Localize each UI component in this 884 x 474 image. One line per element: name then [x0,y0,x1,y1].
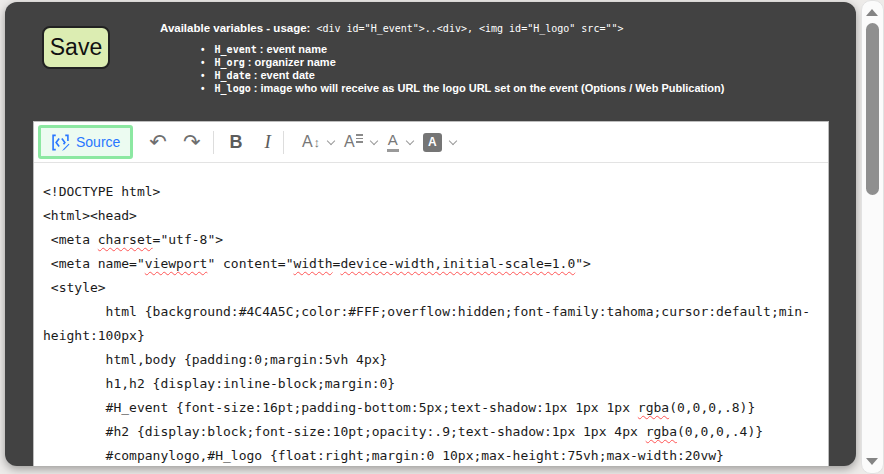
variables-usage-line: Available variables - usage: <div id="H_… [160,22,724,34]
spellcheck-word: device-width,initial-scale=1.0 [340,256,575,271]
variable-name: H_org [215,57,245,68]
variable-item: H_event : event name [201,43,724,56]
chevron-down-icon [449,136,457,144]
variables-help: Available variables - usage: <div id="H_… [160,22,724,95]
font-background-color-icon: A [423,133,442,152]
code-line: <meta charset="utf-8"> [43,228,819,252]
bold-icon: B [230,132,243,153]
variable-item: H_logo : image who will receive as URL t… [201,82,724,95]
variable-name: H_date [215,70,251,81]
code-line: html,body {padding:0;margin:5vh 4px} [43,348,819,372]
toolbar-separator [213,131,214,154]
code-line: <!DOCTYPE html> [43,180,819,204]
source-code-icon [51,133,70,152]
code-line: h1,h2 {display:inline-block;margin:0} [43,372,819,396]
variable-separator: : [257,43,267,55]
variable-description: event name [267,43,328,55]
bold-button[interactable]: B [228,130,245,155]
toolbar-separator [283,131,284,154]
variable-name: H_logo [215,83,251,94]
variable-name: H_event [215,44,257,55]
code-line: #H_event {font-size:16pt;padding-bottom:… [43,396,819,420]
font-family-icon: A [344,134,363,150]
spellcheck-word: rgba [638,400,669,415]
edit-template-dialog: Save Available variables - usage: <div i… [5,2,856,466]
rich-text-editor: Source ↶ ↷ B I A ↕ A [33,121,829,466]
font-size-dropdown[interactable]: A ↕ [300,131,336,153]
code-line: #companylogo,#H_logo {float:right;margin… [43,444,819,466]
scrollbar-thumb[interactable] [866,23,879,195]
font-size-arrow-icon: ↕ [314,135,321,150]
spellcheck-word: width [293,256,332,271]
variable-separator: : [245,56,255,68]
save-button[interactable]: Save [42,26,110,69]
spellcheck-word: viewport [145,256,208,271]
spellcheck-word: charset [98,232,153,247]
variables-list: H_event : event name H_org : organizer n… [201,43,724,95]
variable-description: organizer name [254,56,335,68]
variable-description: image who will receive as URL the logo U… [260,82,724,94]
variable-item: H_org : organizer name [201,56,724,69]
redo-button[interactable]: ↷ [181,128,203,156]
code-line: <style> [43,276,819,300]
page-scrollbar[interactable] [861,0,884,474]
redo-arrow-icon: ↷ [183,130,201,154]
editor-toolbar: Source ↶ ↷ B I A ↕ A [34,122,828,163]
source-button[interactable]: Source [38,125,133,159]
font-color-dropdown[interactable]: A [385,130,415,155]
variable-description: event date [260,69,314,81]
italic-icon: I [265,131,271,153]
code-line: html {background:#4C4A5C;color:#FFF;over… [43,300,819,324]
variables-usage-code: <div id="H_event">..<div>, <img id="H_lo… [310,23,623,34]
italic-button[interactable]: I [263,129,273,155]
chevron-down-icon [370,136,378,144]
code-line: #h2 {display:block;font-size:10pt;opacit… [43,420,819,444]
undo-button[interactable]: ↶ [147,128,169,156]
spellcheck-word: rgba [646,424,677,439]
code-line: <meta name="viewport" content="width=dev… [43,252,819,276]
font-background-color-dropdown[interactable]: A [421,131,458,154]
scroll-up-icon[interactable] [866,9,878,16]
variable-item: H_date : event date [201,69,724,82]
undo-arrow-icon: ↶ [149,130,167,154]
font-size-icon: A [302,133,313,151]
source-button-label: Source [76,134,120,150]
chevron-down-icon [406,136,414,144]
font-color-icon: A [387,132,399,153]
chevron-down-icon [327,136,335,144]
code-line: height:100px} [43,324,819,348]
code-line: <html><head> [43,204,819,228]
scroll-down-icon[interactable] [866,458,878,465]
source-code-editor[interactable]: <!DOCTYPE html><html><head> <meta charse… [34,163,828,466]
font-family-dropdown[interactable]: A [342,132,379,152]
variables-help-title: Available variables - usage: [160,22,310,34]
